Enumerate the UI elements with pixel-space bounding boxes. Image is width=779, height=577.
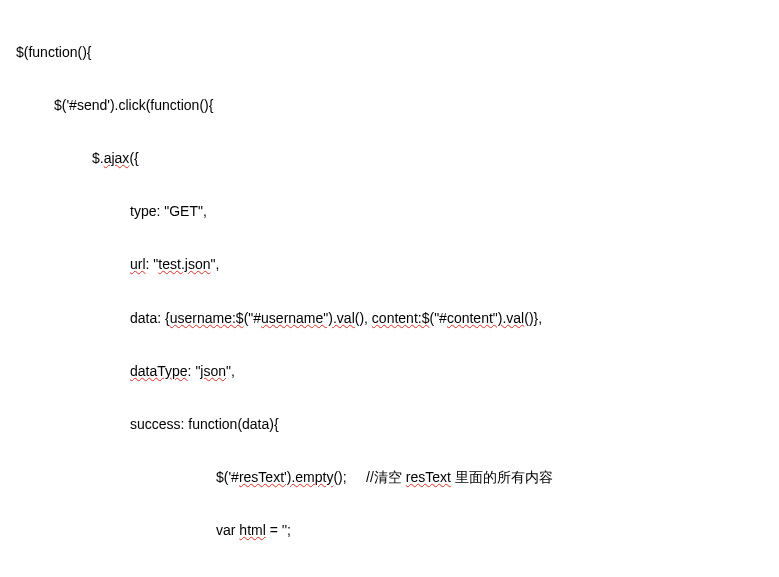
code-line: type: "GET", bbox=[16, 198, 763, 225]
code-line: $('#send').click(function(){ bbox=[16, 92, 763, 119]
code-text: var bbox=[216, 522, 239, 538]
code-text: = ''; bbox=[266, 522, 291, 538]
code-text: test.json bbox=[158, 256, 210, 272]
code-text: content:$ bbox=[372, 310, 430, 326]
code-text: success: function(data){ bbox=[130, 416, 279, 432]
code-text: $('#send').click(function(){ bbox=[54, 97, 213, 113]
code-text: ()}, bbox=[524, 310, 542, 326]
code-line: url: "test.json", bbox=[16, 251, 763, 278]
code-line: $.each(data, function(commentIndex, comm… bbox=[16, 570, 763, 577]
code-text: content").val bbox=[447, 310, 524, 326]
code-text: dataType bbox=[130, 363, 188, 379]
code-line: $(function(){ bbox=[16, 39, 763, 66]
code-comment: //清空 bbox=[366, 469, 406, 485]
code-text: username:$ bbox=[170, 310, 244, 326]
code-text: ajax bbox=[104, 150, 130, 166]
code-text: username").val bbox=[261, 310, 355, 326]
code-line: $('#resText').empty(); //清空 resText 里面的所… bbox=[16, 464, 763, 491]
code-text: ({ bbox=[129, 150, 138, 166]
code-text: html bbox=[239, 522, 265, 538]
code-text: resText').empty bbox=[239, 469, 333, 485]
code-text: json bbox=[200, 363, 226, 379]
code-text: (); bbox=[333, 469, 346, 485]
code-comment: 里面的所有内容 bbox=[451, 469, 553, 485]
code-line: $.ajax({ bbox=[16, 145, 763, 172]
code-text bbox=[347, 469, 366, 485]
code-text: (), bbox=[355, 310, 372, 326]
code-line: data: {username:$("#username").val(), co… bbox=[16, 305, 763, 332]
code-block: $(function(){ $('#send').click(function(… bbox=[16, 12, 763, 577]
code-text: resText bbox=[406, 469, 451, 485]
code-text: $(function(){ bbox=[16, 44, 91, 60]
code-text: ", bbox=[210, 256, 219, 272]
code-text: type: "GET", bbox=[130, 203, 207, 219]
code-text: ", bbox=[226, 363, 235, 379]
code-text: url bbox=[130, 256, 146, 272]
code-line: dataType: "json", bbox=[16, 358, 763, 385]
code-text: data: { bbox=[130, 310, 170, 326]
code-text: : " bbox=[188, 363, 201, 379]
code-text: $. bbox=[92, 150, 104, 166]
code-line: success: function(data){ bbox=[16, 411, 763, 438]
code-text: : " bbox=[146, 256, 159, 272]
code-text: ("# bbox=[244, 310, 261, 326]
code-text: ("# bbox=[429, 310, 446, 326]
code-line: var html = ''; bbox=[16, 517, 763, 544]
code-text: $('# bbox=[216, 469, 239, 485]
